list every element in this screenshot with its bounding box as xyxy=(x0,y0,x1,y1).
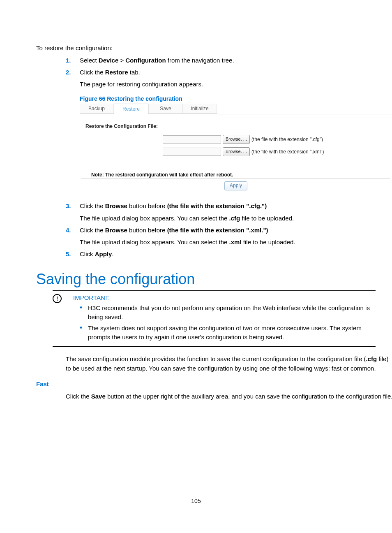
step-subtext: The file upload dialog box appears. You … xyxy=(80,213,356,223)
step-5: 5. Click Apply. xyxy=(66,249,356,259)
step-text: Click Apply. xyxy=(80,250,114,257)
file-row-cfg: Browse. . . (the file with the extension… xyxy=(81,135,390,144)
fast-subhead: Fast xyxy=(36,380,356,387)
step-text: Click the Browse button before (the file… xyxy=(80,202,267,209)
step-number: 4. xyxy=(66,225,71,235)
step-subtext: The file upload dialog box appears. You … xyxy=(80,237,356,247)
step-subtext: The page for restoring configuration app… xyxy=(80,79,356,89)
page-number: 105 xyxy=(0,498,392,504)
mock-divider xyxy=(81,178,390,179)
mock-note: Note: The restored configuration will ta… xyxy=(91,172,390,178)
tab-initialize[interactable]: Initialize xyxy=(183,104,217,114)
step-text: Click the Browse button before (the file… xyxy=(80,227,268,234)
file-row-xml: Browse. . . (the file with the extension… xyxy=(81,147,390,156)
step-4: 4. Click the Browse button before (the f… xyxy=(66,225,356,247)
tab-backup[interactable]: Backup xyxy=(80,104,114,114)
important-callout: ! IMPORTANT: H3C recommends that you do … xyxy=(53,290,376,347)
tab-restore[interactable]: Restore xyxy=(114,104,148,114)
tab-filler xyxy=(217,104,392,114)
step-1: 1. Select Device > Configuration from th… xyxy=(66,56,356,65)
step-2: 2. Click the Restore tab. The page for r… xyxy=(66,67,356,89)
body-paragraph: The save configuration module provides t… xyxy=(66,354,392,373)
restore-file-label: Restore the Configuration File: xyxy=(85,123,390,129)
step-3: 3. Click the Browse button before (the f… xyxy=(66,201,356,223)
callout-item: The system does not support saving the c… xyxy=(80,324,376,342)
step-text: Select Device > Configuration from the n… xyxy=(80,57,234,64)
cfg-file-input[interactable] xyxy=(163,135,221,144)
step-number: 2. xyxy=(66,67,71,77)
tab-row: Backup Restore Save Initialize xyxy=(80,104,392,114)
section-heading: Saving the configuration xyxy=(36,271,356,288)
ordered-steps-b: 3. Click the Browse button before (the f… xyxy=(66,201,356,259)
figure-caption: Figure 66 Restoring the configuration xyxy=(80,95,356,102)
important-icon: ! xyxy=(53,294,62,303)
apply-button[interactable]: Apply xyxy=(224,181,247,190)
xml-hint: (the file with the extension ".xml") xyxy=(251,149,324,155)
step-number: 3. xyxy=(66,201,71,211)
step-number: 5. xyxy=(66,249,71,259)
ordered-steps-a: 1. Select Device > Configuration from th… xyxy=(66,56,356,89)
step-number: 1. xyxy=(66,56,71,65)
intro-line: To restore the configuration: xyxy=(36,44,356,53)
browse-cfg-button[interactable]: Browse. . . xyxy=(223,135,250,144)
browse-xml-button[interactable]: Browse. . . xyxy=(223,147,250,156)
fast-paragraph: Click the Save button at the upper right… xyxy=(66,392,392,401)
figure-ui-mock: Backup Restore Save Initialize Restore t… xyxy=(80,104,392,190)
tab-save[interactable]: Save xyxy=(148,104,183,114)
step-text: Click the Restore tab. xyxy=(80,69,140,76)
callout-title: IMPORTANT: xyxy=(73,294,110,301)
xml-file-input[interactable] xyxy=(163,148,221,156)
cfg-hint: (the file with the extension ".cfg") xyxy=(251,137,323,142)
callout-item: H3C recommends that you do not perform a… xyxy=(80,304,376,322)
